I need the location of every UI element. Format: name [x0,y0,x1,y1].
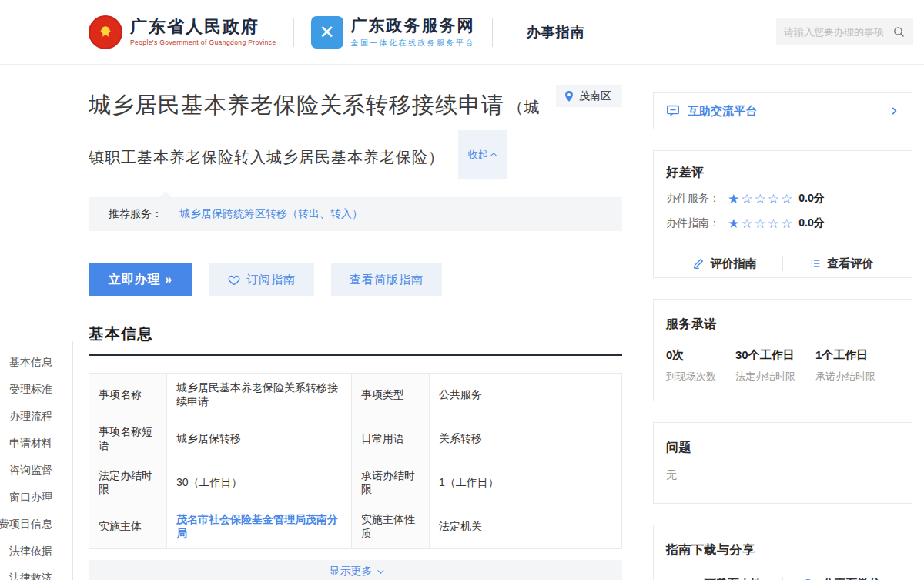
chevron-up-icon [490,153,498,160]
table-row: 事项名称 城乡居民基本养老保险关系转移接续申请 事项类型 公共服务 [89,374,622,417]
view-ratings-label: 查看评价 [828,256,874,271]
cell-label: 法定办结时限 [89,461,167,505]
stat-value: 0次 [666,348,726,363]
download-share-card: 指南下载与分享 下载至本地 分享至微信 [653,525,912,580]
divider [293,18,294,47]
nav-item-application-materials[interactable]: 申请材料 [9,430,52,457]
show-more-label: 显示更多 [330,565,373,578]
portal-logo-icon: ✕ [311,16,343,49]
star-rating-icons[interactable]: ★☆☆☆☆ [728,217,794,230]
portal-subtitle: 全国一体化在线政务服务平台 [351,38,475,49]
recommend-label: 推荐服务： [109,207,162,221]
question-title: 问题 [666,440,899,456]
stat-legal-deadline: 30个工作日 法定办结时限 [735,348,795,384]
national-emblem-icon: ★ [89,15,122,49]
view-ratings-link[interactable]: 查看评价 [782,256,899,271]
actions-row: 立即办理 » 订阅指南 查看简版指南 [89,263,622,296]
recommend-link[interactable]: 城乡居保跨统筹区转移（转出、转入） [179,207,363,221]
show-more-button[interactable]: 显示更多 [89,560,622,580]
share-wechat-label: 分享至微信 [823,577,881,580]
gov-subtitle: People's Government of Guangdong Provinc… [130,39,276,46]
cell-value: 城乡居保转移 [167,417,352,461]
nav-item-legal-basis[interactable]: 法律依据 [9,538,52,565]
stat-value: 30个工作日 [735,348,795,363]
cell-label: 实施主体 [89,505,167,549]
cell-label: 实施主体性质 [352,505,430,549]
stat-label: 法定办结时限 [735,370,795,384]
gov-logo[interactable]: ★ 广东省人民政府 People's Government of Guangdo… [89,15,276,49]
service-title-main: 城乡居民基本养老保险关系转移接续申请 [89,92,504,117]
star-rating-icons[interactable]: ★☆☆☆☆ [728,193,794,206]
rating-score: 0.0分 [798,192,824,206]
location-label: 茂南区 [579,89,611,103]
table-row: 法定办结时限 30（工作日） 承诺办结时限 1（工作日） [89,461,622,505]
nav-item-fee-info[interactable]: 收费项目信息 [0,511,52,538]
cell-value: 茂名市社会保险基金管理局茂南分局 [167,505,352,549]
cell-value: 公共服务 [430,374,622,417]
basic-info-section-head: 基本信息 [89,324,622,356]
chevron-down-icon [377,567,383,573]
search-input[interactable] [784,26,892,38]
collapse-label: 收起 [467,149,487,160]
cell-value: 30（工作日） [167,461,352,505]
subscribe-guide-label: 订阅指南 [246,273,296,287]
collapse-button[interactable]: 收起 [458,130,507,179]
commitment-title: 服务承诺 [666,317,899,333]
portal-name: 广东政务服务网 [351,16,475,35]
gov-name: 广东省人民政府 [130,18,276,36]
location-pin-icon [564,90,574,102]
rating-title: 好差评 [666,165,899,181]
cell-label: 承诺办结时限 [352,461,430,505]
cell-value: 关系转移 [430,417,622,461]
share-wechat-link[interactable]: 分享至微信 [782,577,899,580]
subscribe-guide-button[interactable]: 订阅指南 [209,263,314,296]
download-share-title: 指南下载与分享 [666,542,899,558]
left-anchor-nav: 基本信息 受理标准 办理流程 申请材料 咨询监督 窗口办理 收费项目信息 法律依… [0,341,73,580]
cell-label: 日常用语 [352,417,430,461]
rating-guide-label: 评价指南 [711,256,757,271]
rating-label: 办件服务： [666,192,720,206]
cell-label: 事项类型 [352,374,430,417]
location-badge[interactable]: 茂南区 [556,85,622,107]
download-local-link[interactable]: 下载至本地 [666,577,782,580]
table-row: 实施主体 茂名市社会保险基金管理局茂南分局 实施主体性质 法定机关 [89,505,622,549]
nav-item-consult-supervise[interactable]: 咨询监督 [9,457,52,484]
implementing-agency-link[interactable]: 茂名市社会保险基金管理局茂南分局 [176,513,338,539]
view-simple-guide-button[interactable]: 查看简版指南 [331,263,442,296]
question-content: 无 [666,468,899,482]
rating-guide-link[interactable]: 评价指南 [666,256,782,271]
page: ★ 广东省人民政府 People's Government of Guangdo… [0,0,924,580]
rating-label: 办件指南： [666,216,720,230]
nav-item-window-service[interactable]: 窗口办理 [9,484,52,511]
nav-item-legal-remedy[interactable]: 法律救济 [9,565,52,580]
nav-item-acceptance-standard[interactable]: 受理标准 [9,376,52,403]
heart-icon [228,274,240,286]
download-local-label: 下载至本地 [705,577,762,580]
search-icon[interactable] [892,25,906,39]
rating-score: 0.0分 [798,216,824,230]
exchange-platform-card[interactable]: 互助交流平台 [653,92,912,129]
question-card: 问题 无 [653,422,912,504]
nav-item-process-flow[interactable]: 办理流程 [9,403,52,430]
page-type-label: 办事指南 [527,23,585,42]
service-title: 城乡居民基本养老保险关系转移接续申请 （城镇职工基本养老保险转入城乡居民基本养老… [89,83,551,180]
chat-bubble-icon [666,105,680,117]
chevron-right-icon [889,106,899,116]
stat-label: 到现场次数 [666,370,726,384]
divider [492,18,493,47]
apply-now-button[interactable]: 立即办理 » [89,263,192,296]
cell-label: 事项名称 [89,374,167,417]
portal-logo[interactable]: ✕ 广东政务服务网 全国一体化在线政务服务平台 [311,16,475,49]
basic-info-heading: 基本信息 [89,325,153,342]
rating-card: 好差评 办件服务： ★☆☆☆☆ 0.0分 办件指南： ★☆☆☆☆ 0.0分 评价… [653,150,912,278]
stat-label: 承诺办结时限 [815,370,875,384]
list-icon [809,257,822,270]
nav-item-basic-info[interactable]: 基本信息 [9,349,52,376]
pencil-icon [692,257,705,270]
rating-row-guide: 办件指南： ★☆☆☆☆ 0.0分 [666,216,899,230]
basic-info-table: 事项名称 城乡居民基本养老保险关系转移接续申请 事项类型 公共服务 事项名称短语… [89,373,622,549]
header: ★ 广东省人民政府 People's Government of Guangdo… [0,0,924,65]
table-row: 事项名称短语 城乡居保转移 日常用语 关系转移 [89,417,622,461]
stat-onsite-visits: 0次 到现场次数 [666,348,726,384]
search-box[interactable] [776,18,913,45]
